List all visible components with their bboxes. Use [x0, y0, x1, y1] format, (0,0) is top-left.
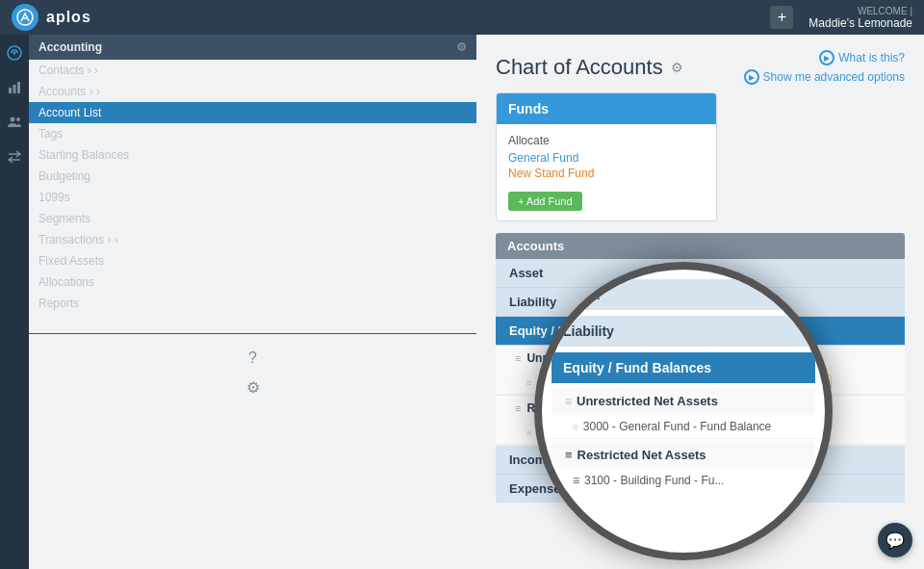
drag-icon-2: ≡	[515, 402, 521, 414]
table-row[interactable]: ≡ 3000 - General Fund - Fund Balance New…	[496, 371, 905, 395]
new-stand-fund-link[interactable]: New Stand Fund	[508, 167, 705, 180]
sidebar-item-reports[interactable]: Reports	[29, 293, 476, 314]
sidebar-item-transactions[interactable]: Transactions ›	[29, 229, 476, 250]
sidebar-nav: Accounting ⚙ Contacts › Accounts › Accou…	[29, 35, 476, 569]
sidebar-section-accounting: Accounting ⚙	[29, 35, 476, 60]
sidebar-item-tags[interactable]: Tags	[29, 123, 476, 144]
drag-icon-row-1: ≡	[526, 377, 532, 388]
sidebar-item-contacts[interactable]: Contacts ›	[29, 60, 476, 81]
page-title-area: Chart of Accounts ⚙	[496, 55, 683, 80]
content-area: Chart of Accounts ⚙ ▶ What is this? ▶ Sh…	[476, 35, 924, 569]
category-liability[interactable]: Liability	[496, 288, 905, 317]
drag-icon-1: ≡	[515, 352, 521, 364]
general-fund-link[interactable]: General Fund	[508, 151, 705, 165]
logo-icon	[12, 4, 38, 31]
what-is-this-link[interactable]: ▶ What is this?	[819, 50, 905, 65]
topbar-right: + WELCOME | Maddie's Lemonade	[770, 6, 912, 30]
funds-card-header: Funds	[497, 93, 716, 124]
sidebar-help-button[interactable]: ?	[29, 344, 476, 373]
svg-point-6	[11, 117, 15, 122]
chat-button[interactable]: 💬	[878, 523, 912, 557]
sidebar-item-starting-balances[interactable]: Starting Balances	[29, 144, 476, 166]
sidebar-item-1099s[interactable]: 1099s	[29, 187, 476, 208]
fund-tag-new-stand[interactable]: New Stand Fund	[739, 375, 832, 390]
accounts-section: Accounts Asset Liability Equity / Fund B…	[496, 233, 905, 569]
add-fund-button[interactable]: + Add Fund	[508, 192, 582, 211]
account-label-3100: 3100 - Building Fund - Fu...	[538, 426, 678, 439]
svg-rect-3	[9, 88, 12, 93]
welcome-area: WELCOME | Maddie's Lemonade	[808, 6, 912, 30]
nav-icon-dashboard[interactable]	[4, 42, 25, 64]
play-icon-2: ▶	[744, 69, 759, 85]
main-layout: Accounting ⚙ Contacts › Accounts › Accou…	[0, 35, 924, 569]
sub-unrestricted-label: Unrestricted Net Assets	[526, 351, 657, 365]
funds-card: Funds Allocate General Fund New Stand Fu…	[496, 92, 717, 221]
funds-allocate-label: Allocate	[508, 134, 705, 147]
funds-card-body: Allocate General Fund New Stand Fund + A…	[497, 124, 716, 220]
user-name: Maddie's Lemonade	[808, 16, 912, 30]
nav-icon-people[interactable]	[4, 112, 25, 133]
sidebar-item-allocations[interactable]: Allocations	[29, 272, 476, 293]
nav-icon-charts[interactable]	[4, 77, 25, 98]
advanced-options-link[interactable]: ▶ Show me advanced options	[744, 69, 905, 85]
nav-icon-transfer[interactable]	[4, 146, 25, 168]
sub-restricted: ≡ Restricted Net Assets ≡ 3100 - Buildin…	[496, 396, 905, 446]
sub-restricted-label: Restricted Net Assets	[526, 401, 646, 415]
header-actions: ▶ What is this? ▶ Show me advanced optio…	[744, 50, 905, 85]
what-is-this-label: What is this?	[838, 51, 905, 65]
svg-rect-4	[13, 85, 16, 93]
account-label-3000: 3000 - General Fund - Fund Balance	[538, 375, 726, 389]
sidebar-gear-icon[interactable]: ⚙	[456, 40, 467, 54]
advanced-options-label: Show me advanced options	[763, 70, 905, 84]
play-icon-1: ▶	[819, 50, 834, 65]
app-logo: aplos	[12, 4, 91, 31]
category-asset[interactable]: Asset	[496, 259, 905, 288]
page-title: Chart of Accounts	[496, 55, 663, 80]
sidebar-item-account-list[interactable]: Account List	[29, 102, 476, 123]
welcome-label: WELCOME |	[808, 6, 912, 16]
sub-unrestricted-header[interactable]: ≡ Unrestricted Net Assets	[496, 346, 905, 371]
sidebar-item-segments[interactable]: Segments	[29, 208, 476, 229]
svg-point-2	[13, 52, 16, 55]
sidebar-section-label: Accounting	[38, 40, 102, 54]
svg-rect-5	[17, 82, 20, 93]
drag-icon-row-2: ≡	[526, 427, 532, 438]
category-equity[interactable]: Equity / Fund Balances	[496, 317, 905, 346]
sidebar-item-budgeting[interactable]: Budgeting	[29, 166, 476, 187]
sub-restricted-header[interactable]: ≡ Restricted Net Assets	[496, 396, 905, 421]
fund-tag-general[interactable]: General Fund	[691, 425, 769, 440]
category-expense[interactable]: Expense	[496, 475, 905, 503]
chat-icon: 💬	[886, 531, 905, 550]
sidebar-item-accounts[interactable]: Accounts ›	[29, 81, 476, 102]
topbar: aplos + WELCOME | Maddie's Lemonade	[0, 0, 924, 35]
sidebar-icon-strip	[0, 35, 29, 569]
sidebar-settings-button[interactable]: ⚙	[29, 373, 476, 402]
account-allocate-label: Allocate	[783, 427, 821, 438]
content-header: Chart of Accounts ⚙ ▶ What is this? ▶ Sh…	[476, 35, 924, 92]
category-income[interactable]: Income	[496, 446, 905, 475]
app-name: aplos	[46, 9, 91, 26]
table-row[interactable]: ≡ 3100 - Building Fund - Fu... General F…	[496, 421, 905, 445]
page-settings-icon[interactable]: ⚙	[671, 60, 683, 75]
sub-unrestricted: ≡ Unrestricted Net Assets ≡ 3000 - Gener…	[496, 346, 905, 396]
sidebar-item-fixed-assets[interactable]: Fixed Assets	[29, 250, 476, 272]
svg-point-7	[16, 117, 20, 121]
add-button[interactable]: +	[770, 6, 793, 29]
accounts-header: Accounts	[496, 233, 905, 259]
